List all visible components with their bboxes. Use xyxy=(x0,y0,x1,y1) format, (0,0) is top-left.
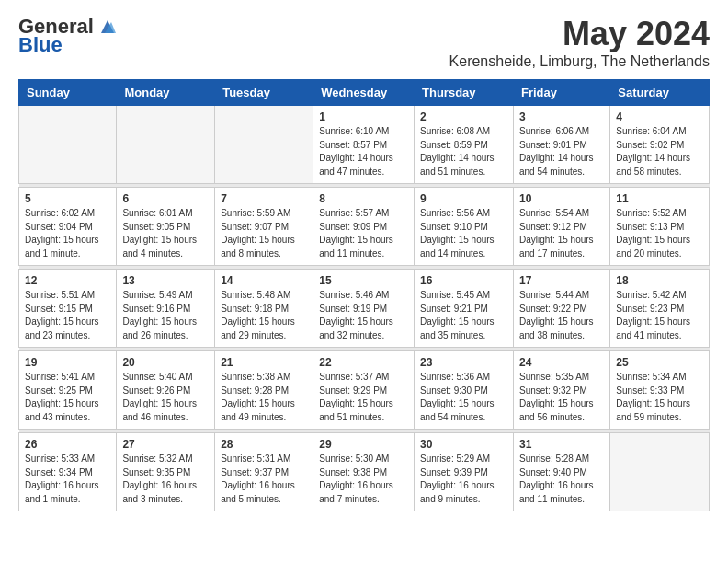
day-cell: 2Sunrise: 6:08 AMSunset: 8:59 PMDaylight… xyxy=(415,106,514,184)
day-info: Sunrise: 5:46 AMSunset: 9:19 PMDaylight:… xyxy=(319,289,408,342)
day-info: Sunrise: 5:40 AMSunset: 9:26 PMDaylight:… xyxy=(122,371,209,424)
day-info: Sunrise: 6:06 AMSunset: 9:01 PMDaylight:… xyxy=(519,125,604,178)
day-info: Sunrise: 5:45 AMSunset: 9:21 PMDaylight:… xyxy=(420,289,507,342)
col-header-tuesday: Tuesday xyxy=(215,80,313,106)
day-number: 23 xyxy=(420,356,507,369)
day-cell: 14Sunrise: 5:48 AMSunset: 9:18 PMDayligh… xyxy=(215,270,313,348)
day-number: 12 xyxy=(25,274,110,287)
day-number: 30 xyxy=(420,438,507,451)
day-cell: 13Sunrise: 5:49 AMSunset: 9:16 PMDayligh… xyxy=(117,270,215,348)
day-info: Sunrise: 6:08 AMSunset: 8:59 PMDaylight:… xyxy=(420,125,507,178)
day-info: Sunrise: 5:49 AMSunset: 9:16 PMDaylight:… xyxy=(122,289,209,342)
day-info: Sunrise: 5:57 AMSunset: 9:09 PMDaylight:… xyxy=(319,207,408,260)
col-header-monday: Monday xyxy=(117,80,215,106)
day-info: Sunrise: 5:59 AMSunset: 9:07 PMDaylight:… xyxy=(221,207,307,260)
day-number: 28 xyxy=(221,438,307,451)
day-info: Sunrise: 5:38 AMSunset: 9:28 PMDaylight:… xyxy=(221,371,307,424)
day-number: 13 xyxy=(122,274,209,287)
week-row-3: 12Sunrise: 5:51 AMSunset: 9:15 PMDayligh… xyxy=(19,270,710,348)
day-number: 10 xyxy=(519,192,604,205)
logo: General Blue xyxy=(18,15,118,57)
title-block: May 2024 Kerensheide, Limburg, The Nethe… xyxy=(449,15,710,70)
day-cell: 26Sunrise: 5:33 AMSunset: 9:34 PMDayligh… xyxy=(19,433,117,511)
day-number: 11 xyxy=(616,192,703,205)
week-row-2: 5Sunrise: 6:02 AMSunset: 9:04 PMDaylight… xyxy=(19,188,710,266)
day-cell: 30Sunrise: 5:29 AMSunset: 9:39 PMDayligh… xyxy=(415,433,514,511)
day-number: 20 xyxy=(122,356,209,369)
day-number: 7 xyxy=(221,192,307,205)
day-info: Sunrise: 5:54 AMSunset: 9:12 PMDaylight:… xyxy=(519,207,604,260)
day-number: 9 xyxy=(420,192,507,205)
day-info: Sunrise: 5:37 AMSunset: 9:29 PMDaylight:… xyxy=(319,371,408,424)
day-number: 3 xyxy=(519,110,604,123)
day-cell: 17Sunrise: 5:44 AMSunset: 9:22 PMDayligh… xyxy=(513,270,609,348)
day-number: 27 xyxy=(122,438,209,451)
day-cell: 21Sunrise: 5:38 AMSunset: 9:28 PMDayligh… xyxy=(215,351,313,430)
day-cell: 28Sunrise: 5:31 AMSunset: 9:37 PMDayligh… xyxy=(215,433,313,511)
day-number: 24 xyxy=(519,356,604,369)
day-info: Sunrise: 6:01 AMSunset: 9:05 PMDaylight:… xyxy=(122,207,209,260)
day-info: Sunrise: 5:31 AMSunset: 9:37 PMDaylight:… xyxy=(221,453,307,506)
col-header-sunday: Sunday xyxy=(19,80,117,106)
day-number: 31 xyxy=(519,438,604,451)
day-number: 16 xyxy=(420,274,507,287)
logo-icon xyxy=(97,17,118,37)
day-cell: 20Sunrise: 5:40 AMSunset: 9:26 PMDayligh… xyxy=(117,351,215,430)
day-info: Sunrise: 5:51 AMSunset: 9:15 PMDaylight:… xyxy=(25,289,110,342)
day-number: 8 xyxy=(319,192,408,205)
day-cell xyxy=(19,106,117,184)
day-cell: 11Sunrise: 5:52 AMSunset: 9:13 PMDayligh… xyxy=(610,188,710,266)
day-info: Sunrise: 5:36 AMSunset: 9:30 PMDaylight:… xyxy=(420,371,507,424)
location: Kerensheide, Limburg, The Netherlands xyxy=(449,53,710,70)
page-container: General Blue May 2024 Kerensheide, Limbu… xyxy=(0,0,728,526)
day-info: Sunrise: 5:35 AMSunset: 9:32 PMDaylight:… xyxy=(519,371,604,424)
day-number: 19 xyxy=(25,356,110,369)
col-header-saturday: Saturday xyxy=(610,80,710,106)
month-title: May 2024 xyxy=(449,15,710,53)
day-cell: 16Sunrise: 5:45 AMSunset: 9:21 PMDayligh… xyxy=(415,270,514,348)
day-number: 2 xyxy=(420,110,507,123)
week-row-4: 19Sunrise: 5:41 AMSunset: 9:25 PMDayligh… xyxy=(19,351,710,430)
day-number: 5 xyxy=(25,192,110,205)
day-cell: 29Sunrise: 5:30 AMSunset: 9:38 PMDayligh… xyxy=(313,433,415,511)
logo-blue-text: Blue xyxy=(18,33,63,57)
day-cell xyxy=(610,433,710,511)
day-info: Sunrise: 5:44 AMSunset: 9:22 PMDaylight:… xyxy=(519,289,604,342)
day-cell: 31Sunrise: 5:28 AMSunset: 9:40 PMDayligh… xyxy=(513,433,609,511)
day-info: Sunrise: 5:33 AMSunset: 9:34 PMDaylight:… xyxy=(25,453,110,506)
day-number: 6 xyxy=(122,192,209,205)
day-cell: 23Sunrise: 5:36 AMSunset: 9:30 PMDayligh… xyxy=(415,351,514,430)
day-number: 4 xyxy=(616,110,703,123)
day-info: Sunrise: 5:32 AMSunset: 9:35 PMDaylight:… xyxy=(122,453,209,506)
day-number: 1 xyxy=(319,110,408,123)
day-info: Sunrise: 5:29 AMSunset: 9:39 PMDaylight:… xyxy=(420,453,507,506)
day-number: 18 xyxy=(616,274,703,287)
header: General Blue May 2024 Kerensheide, Limbu… xyxy=(18,15,710,70)
day-number: 26 xyxy=(25,438,110,451)
day-info: Sunrise: 5:56 AMSunset: 9:10 PMDaylight:… xyxy=(420,207,507,260)
day-number: 17 xyxy=(519,274,604,287)
day-cell: 7Sunrise: 5:59 AMSunset: 9:07 PMDaylight… xyxy=(215,188,313,266)
day-cell: 27Sunrise: 5:32 AMSunset: 9:35 PMDayligh… xyxy=(117,433,215,511)
day-number: 14 xyxy=(221,274,307,287)
week-row-5: 26Sunrise: 5:33 AMSunset: 9:34 PMDayligh… xyxy=(19,433,710,511)
day-cell: 9Sunrise: 5:56 AMSunset: 9:10 PMDaylight… xyxy=(415,188,514,266)
day-cell: 18Sunrise: 5:42 AMSunset: 9:23 PMDayligh… xyxy=(610,270,710,348)
day-number: 29 xyxy=(319,438,408,451)
day-number: 21 xyxy=(221,356,307,369)
day-cell: 12Sunrise: 5:51 AMSunset: 9:15 PMDayligh… xyxy=(19,270,117,348)
day-number: 25 xyxy=(616,356,703,369)
col-header-wednesday: Wednesday xyxy=(313,80,415,106)
day-info: Sunrise: 6:02 AMSunset: 9:04 PMDaylight:… xyxy=(25,207,110,260)
day-cell: 5Sunrise: 6:02 AMSunset: 9:04 PMDaylight… xyxy=(19,188,117,266)
day-info: Sunrise: 5:48 AMSunset: 9:18 PMDaylight:… xyxy=(221,289,307,342)
day-cell: 8Sunrise: 5:57 AMSunset: 9:09 PMDaylight… xyxy=(313,188,415,266)
col-header-friday: Friday xyxy=(513,80,609,106)
day-cell: 6Sunrise: 6:01 AMSunset: 9:05 PMDaylight… xyxy=(117,188,215,266)
day-info: Sunrise: 5:28 AMSunset: 9:40 PMDaylight:… xyxy=(519,453,604,506)
day-cell: 19Sunrise: 5:41 AMSunset: 9:25 PMDayligh… xyxy=(19,351,117,430)
day-info: Sunrise: 5:42 AMSunset: 9:23 PMDaylight:… xyxy=(616,289,703,342)
col-header-thursday: Thursday xyxy=(415,80,514,106)
day-info: Sunrise: 6:10 AMSunset: 8:57 PMDaylight:… xyxy=(319,125,408,178)
day-info: Sunrise: 5:52 AMSunset: 9:13 PMDaylight:… xyxy=(616,207,703,260)
